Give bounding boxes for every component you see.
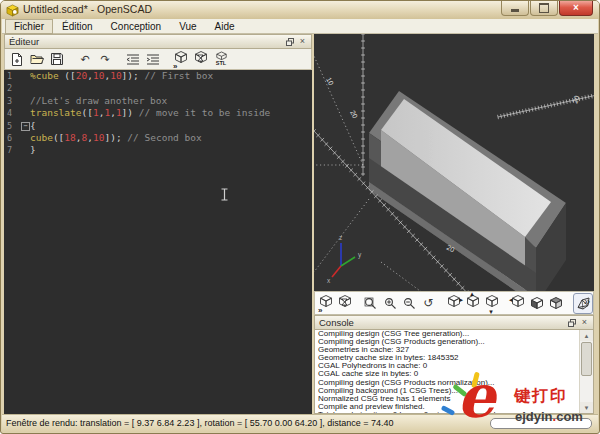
open-file-button[interactable] <box>28 51 46 68</box>
view-right-button[interactable]: ▸ <box>445 294 463 313</box>
menu-item-vue[interactable]: Vue <box>170 19 205 34</box>
editor-panel-titlebar[interactable]: Éditeur × <box>4 34 312 49</box>
axis-tick-label: 10 <box>325 76 335 86</box>
axis-tick-label: 20 <box>349 109 359 119</box>
float-window-icon <box>568 319 576 327</box>
menu-item-aide[interactable]: Aide <box>206 19 244 34</box>
console-body: Compiling design (CSG Tree generation)..… <box>314 330 594 414</box>
redo-button[interactable]: ↷ <box>96 51 114 68</box>
zoom-out-button[interactable] <box>400 294 418 313</box>
render-button[interactable] <box>336 294 354 313</box>
menu-bar: FichierÉditionConceptionVueAide <box>2 19 598 34</box>
maximize-icon <box>539 3 549 13</box>
code-area[interactable]: 1%cube ([20,10,10]); // First box23//Let… <box>4 70 312 414</box>
maximize-button[interactable] <box>530 1 558 16</box>
progress-bar <box>490 418 592 429</box>
unindent-button[interactable] <box>124 51 142 68</box>
close-button[interactable]: × <box>559 1 593 16</box>
minimize-icon <box>511 9 519 12</box>
triad-axis-label: x <box>327 277 331 284</box>
reset-view-button[interactable]: ↺ <box>419 294 437 313</box>
render-icon <box>338 294 352 312</box>
zoom-all-icon <box>364 297 377 310</box>
viewport-3d[interactable]: 10202020 zyx <box>314 34 594 291</box>
float-window-icon <box>286 38 294 46</box>
save-file-button[interactable] <box>48 51 66 68</box>
render-button[interactable] <box>192 51 210 68</box>
minimize-button[interactable] <box>501 1 529 16</box>
zoom-all-button[interactable] <box>362 294 380 313</box>
indent-icon <box>146 53 160 65</box>
toolbar-separator <box>566 296 572 310</box>
fold-margin[interactable]: − <box>20 120 30 132</box>
status-text: Fenêtre de rendu: translation = [ 9.37 6… <box>6 418 394 428</box>
toolbar-separator <box>164 52 170 66</box>
open-file-icon <box>30 53 44 65</box>
scroll-down-button[interactable]: ▼ <box>580 402 593 413</box>
new-file-button[interactable] <box>8 51 26 68</box>
zoom-in-button[interactable] <box>381 294 399 313</box>
openscad-logo-icon <box>6 4 19 17</box>
scroll-thumb[interactable] <box>581 342 592 376</box>
editor-close-button[interactable]: × <box>298 37 307 46</box>
view-front-button[interactable] <box>528 294 546 313</box>
undo-icon: ↶ <box>80 53 89 66</box>
line-number: 4 <box>4 107 20 119</box>
redo-icon: ↷ <box>100 53 109 66</box>
console-panel: Console × Compiling design (CSG Tree gen… <box>314 315 594 414</box>
axis-triad: zyx <box>327 234 362 284</box>
title-bar[interactable]: Untitled.scad* - OpenSCAD × <box>1 1 599 19</box>
menu-item-fichier[interactable]: Fichier <box>5 19 53 34</box>
toolbar-separator <box>68 52 74 66</box>
view-back-icon <box>549 296 563 310</box>
console-titlebar[interactable]: Console × <box>314 315 594 330</box>
render-icon <box>194 50 208 68</box>
console-log: Compiling design (CSG Tree generation)..… <box>315 330 593 414</box>
line-number: 6 <box>4 132 20 144</box>
view-back-button[interactable] <box>547 294 565 313</box>
code-line: 1%cube ([20,10,10]); // First box <box>4 70 312 82</box>
code-line: 7} <box>4 144 312 156</box>
close-icon: × <box>573 3 579 13</box>
zoom-out-icon <box>403 297 416 310</box>
editor-float-button[interactable] <box>285 37 294 46</box>
export-stl-icon: STL <box>216 51 227 67</box>
fold-margin <box>20 132 30 144</box>
console-scrollbar[interactable]: ▲ ▼ <box>579 330 593 413</box>
code-line: 3//Let's draw another box <box>4 95 312 107</box>
toolbar-separator <box>502 296 508 310</box>
close-icon: × <box>582 318 587 327</box>
new-file-icon <box>11 53 23 66</box>
code-line: 4translate([1,1,1]) // move it to be ins… <box>4 107 312 119</box>
console-title: Console <box>319 317 354 328</box>
view-left-button[interactable]: ◂ <box>509 294 527 313</box>
view-left-icon: ◂ <box>511 294 525 312</box>
window-title: Untitled.scad* - OpenSCAD <box>23 3 152 15</box>
code-line: 5−{ <box>4 120 312 132</box>
preview-button[interactable]: » <box>172 51 190 68</box>
triad-axis-label: y <box>358 251 362 259</box>
view-front-icon <box>530 296 544 310</box>
preview-icon: » <box>319 294 333 312</box>
toolbar-overflow-button[interactable]: » <box>584 295 590 307</box>
console-float-button[interactable] <box>567 318 576 327</box>
scroll-up-button[interactable]: ▲ <box>580 330 593 341</box>
fold-margin <box>20 95 30 107</box>
menu-item-edition[interactable]: Édition <box>53 19 102 34</box>
editor-panel: Éditeur × ↶↷»STL 1%cube ([20,10,10]); //… <box>4 34 312 414</box>
view-top-button[interactable]: ▴ <box>464 294 482 313</box>
preview-button[interactable]: » <box>317 294 335 313</box>
console-close-button[interactable]: × <box>580 318 589 327</box>
fold-margin <box>20 70 30 82</box>
fold-margin <box>20 107 30 119</box>
indent-button[interactable] <box>144 51 162 68</box>
scene-svg: 10202020 zyx <box>314 34 594 291</box>
view-bottom-button[interactable]: ▾ <box>483 294 501 313</box>
fold-marker-icon[interactable]: − <box>21 122 30 131</box>
line-number: 7 <box>4 144 20 156</box>
export-stl-button[interactable]: STL <box>212 51 230 68</box>
toolbar-separator <box>116 52 122 66</box>
undo-button[interactable]: ↶ <box>76 51 94 68</box>
toolbar-separator <box>355 296 361 310</box>
menu-item-conception[interactable]: Conception <box>102 19 171 34</box>
